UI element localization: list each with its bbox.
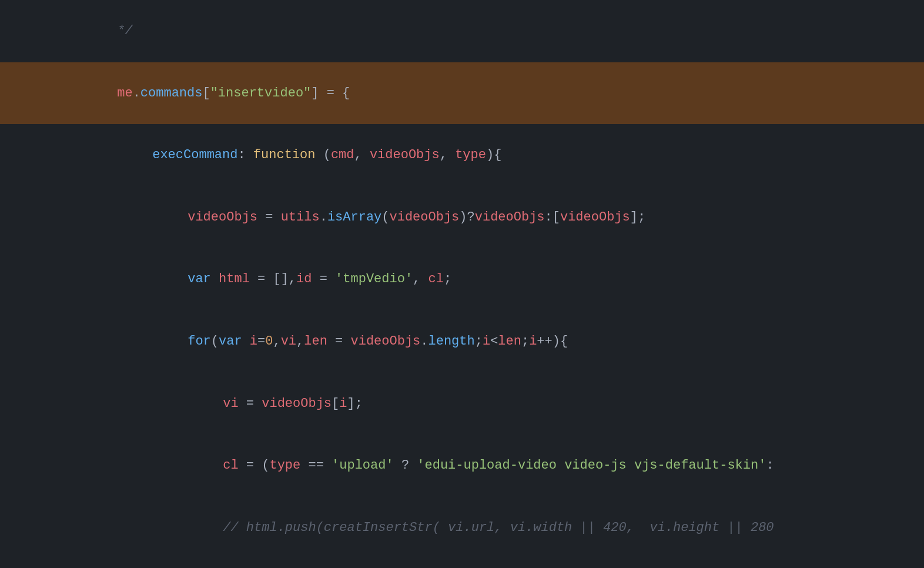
code-line-6: for(var i=0,vi,len = videoObjs.length;i<… [0,310,924,373]
code-line-8: cl = (type == 'upload' ? 'edui-upload-vi… [0,435,924,497]
code-line-7: vi = videoObjs[i]; [0,372,924,435]
code-line-9: // html.push(creatInsertStr( vi.url, vi.… [0,497,924,559]
code-editor[interactable]: */ me.commands["insertvideo"] = { execCo… [0,0,924,568]
code-line-5: var html = [],id = 'tmpVedio', cl; [0,248,924,310]
code-line-1: */ [0,0,924,62]
code-line-10: html.push(creatInsertStr( vi.url, vi.wid… [0,559,924,568]
code-line-2: me.commands["insertvideo"] = { [0,62,924,125]
code-line-3: execCommand: function (cmd, videoObjs, t… [0,124,924,186]
code-line-4: videoObjs = utils.isArray(videoObjs)?vid… [0,186,924,249]
